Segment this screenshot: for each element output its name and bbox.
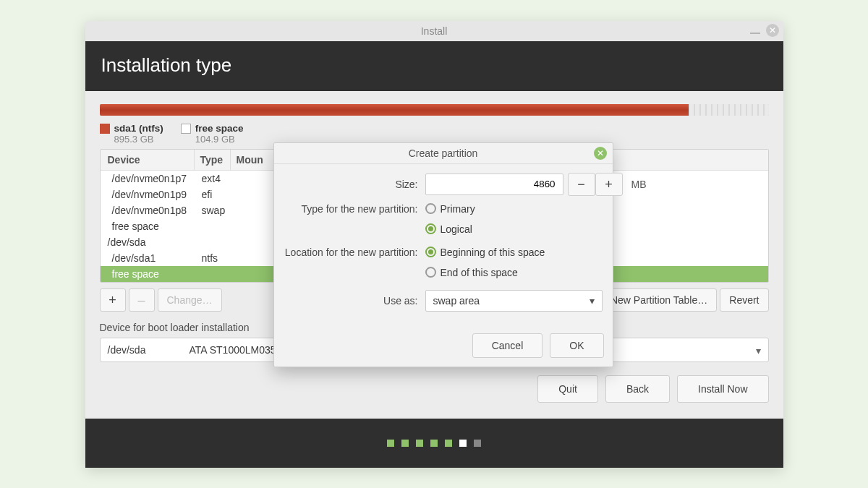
type-label: Type for the new partition: — [284, 203, 425, 215]
cell-type: ntfs — [195, 250, 231, 266]
radio-logical-label: Logical — [441, 223, 472, 235]
boot-device: /dev/sda — [108, 344, 146, 356]
dialog-ok-button[interactable]: OK — [550, 333, 603, 358]
col-header-type[interactable]: Type — [195, 150, 231, 170]
new-partition-table-button[interactable]: New Partition Table… — [601, 288, 717, 312]
add-partition-button[interactable]: + — [100, 288, 126, 312]
cell-device: /dev/nvme0n1p7 — [101, 171, 195, 187]
installer-window: Install ✕ Installation type sda1 (ntfs) … — [85, 21, 783, 468]
radio-primary[interactable] — [425, 203, 436, 214]
radio-end-label: End of this space — [441, 267, 518, 278]
cell-device: /dev/sda — [101, 234, 195, 250]
install-now-button[interactable]: Install Now — [677, 375, 768, 403]
chevron-down-icon: ▾ — [756, 345, 761, 356]
size-decrement-button[interactable]: − — [568, 173, 595, 196]
radio-primary-label: Primary — [441, 203, 475, 215]
quit-button[interactable]: Quit — [537, 375, 598, 403]
radio-begin-label: Beginning of this space — [441, 247, 545, 258]
cell-type — [195, 218, 231, 234]
radio-begin[interactable] — [425, 247, 436, 257]
use-as-select[interactable]: swap area ▾ — [425, 290, 603, 312]
step-dot — [401, 440, 409, 447]
minimize-icon[interactable] — [750, 33, 760, 34]
page-title: Installation type — [85, 41, 783, 91]
chevron-down-icon: ▾ — [590, 295, 595, 307]
legend-label-free: free space — [195, 123, 244, 134]
size-input[interactable] — [425, 174, 563, 195]
cell-device: free space — [101, 266, 195, 282]
location-label: Location for the new partition: — [284, 247, 425, 258]
step-dot — [445, 440, 452, 447]
cell-type: ext4 — [195, 171, 231, 187]
window-title: Install — [421, 25, 448, 37]
dialog-title: Create partition — [409, 147, 478, 159]
cell-device: /dev/nvme0n1p9 — [101, 187, 195, 202]
legend-swatch-ntfs — [100, 124, 110, 134]
disk-usage-bar — [100, 104, 769, 116]
disk-segment-free — [689, 104, 769, 116]
cell-type: swap — [195, 202, 233, 218]
use-as-value: swap area — [433, 295, 480, 307]
step-dot — [459, 440, 467, 447]
size-label: Size: — [284, 179, 425, 190]
size-increment-button[interactable]: + — [595, 173, 623, 196]
step-dot — [430, 440, 438, 447]
dialog-cancel-button[interactable]: Cancel — [472, 333, 543, 358]
legend-size-free: 104.9 GB — [195, 134, 244, 145]
create-partition-dialog: Create partition ✕ Size: − + MB — [273, 142, 613, 367]
cell-device: /dev/nvme0n1p8 — [101, 202, 195, 218]
change-partition-button[interactable]: Change… — [158, 288, 222, 312]
radio-logical[interactable] — [425, 223, 436, 234]
dialog-close-icon[interactable]: ✕ — [594, 147, 607, 160]
cell-device: free space — [101, 218, 195, 234]
cell-device: /dev/sda1 — [101, 250, 195, 266]
step-dot — [474, 440, 481, 447]
titlebar: Install ✕ — [85, 21, 783, 41]
cell-type — [195, 234, 231, 250]
legend-label-ntfs: sda1 (ntfs) — [114, 123, 163, 134]
radio-end[interactable] — [425, 267, 436, 278]
close-icon[interactable]: ✕ — [766, 24, 779, 37]
use-as-label: Use as: — [284, 295, 425, 307]
size-unit: MB — [631, 179, 647, 190]
step-dot — [387, 440, 394, 447]
cell-type — [195, 266, 231, 282]
revert-button[interactable]: Revert — [720, 288, 768, 312]
legend-swatch-free — [181, 124, 191, 134]
legend-size-ntfs: 895.3 GB — [114, 134, 163, 145]
disk-segment-ntfs — [100, 104, 689, 116]
col-header-device[interactable]: Device — [101, 150, 195, 170]
back-button[interactable]: Back — [605, 375, 670, 403]
step-dot — [416, 440, 423, 447]
cell-type: efi — [195, 187, 231, 202]
remove-partition-button[interactable]: – — [129, 288, 155, 312]
progress-dots — [85, 419, 783, 468]
